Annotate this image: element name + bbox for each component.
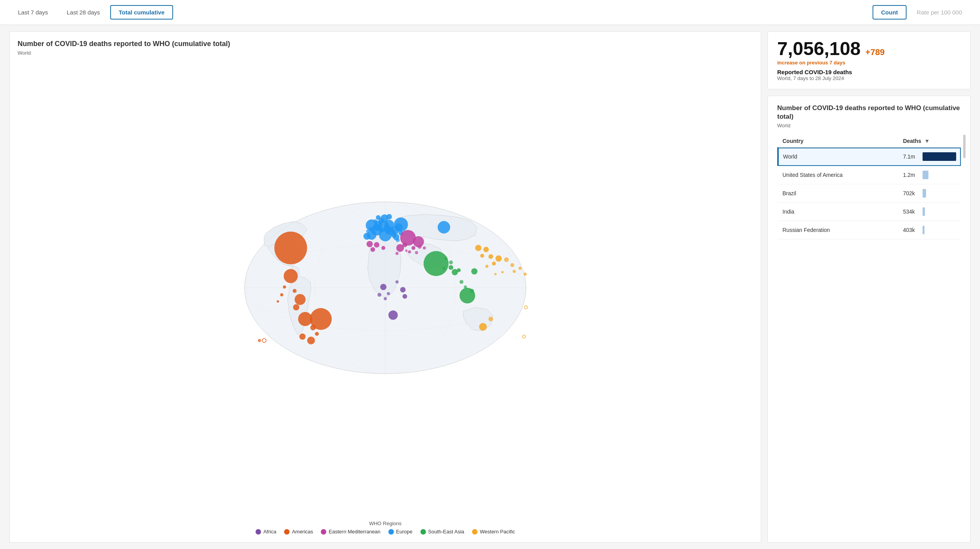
sort-arrow: ▼ [924, 138, 930, 144]
eastern-med-dot [321, 529, 326, 535]
legend-items: Africa Americas Eastern Mediterranean Eu… [18, 529, 753, 535]
svg-point-12 [299, 333, 306, 340]
svg-point-78 [471, 268, 477, 274]
cell-deaths: 403k [898, 221, 961, 239]
svg-point-79 [457, 268, 461, 272]
bar-track [923, 171, 956, 179]
bar-cell: 534k [903, 207, 956, 216]
svg-point-70 [377, 293, 381, 297]
bar-value: 702k [903, 190, 919, 196]
svg-point-92 [485, 265, 488, 268]
svg-point-37 [395, 223, 403, 231]
svg-point-63 [423, 246, 426, 250]
svg-point-60 [408, 250, 411, 253]
europe-label: Europe [396, 529, 413, 535]
bar-cell: 7.1m [903, 152, 956, 161]
americas-dot [284, 529, 290, 535]
stats-card: 7,056,108 +789 increase on previous 7 da… [767, 31, 971, 89]
svg-point-43 [379, 228, 384, 232]
cell-deaths: 534k [898, 203, 961, 221]
svg-point-40 [389, 227, 393, 232]
svg-point-85 [442, 267, 445, 270]
svg-point-87 [483, 247, 489, 252]
svg-point-86 [475, 245, 481, 251]
bar-cell: 1.2m [903, 171, 956, 179]
svg-point-77 [449, 265, 453, 270]
svg-point-56 [370, 247, 375, 252]
table-header: Country Deaths ▼ [778, 135, 961, 148]
bar-track [923, 189, 956, 198]
table-row[interactable]: Russian Federation 403k [778, 221, 961, 239]
stats-delta-label: increase on previous 7 days [777, 60, 961, 66]
south-east-asia-dot [420, 529, 426, 535]
tab-total-cumulative[interactable]: Total cumulative [110, 5, 173, 20]
metric-rate[interactable]: Rate per 100 000 [908, 5, 971, 20]
svg-point-102 [262, 339, 266, 342]
table-card-title: Number of COVID-19 deaths reported to WH… [777, 104, 961, 121]
map-legend: WHO Regions Africa Americas Eastern Medi… [18, 520, 753, 535]
table-row[interactable]: World 7.1m [778, 148, 961, 166]
svg-point-42 [376, 215, 381, 220]
stats-context: World, 7 days to 28 July 2024 [777, 75, 961, 81]
svg-point-9 [298, 312, 312, 326]
south-east-asia-label: South-East Asia [428, 529, 465, 535]
svg-point-11 [307, 337, 315, 344]
cell-deaths: 702k [898, 184, 961, 203]
metric-count[interactable]: Count [873, 5, 907, 20]
cell-country: India [778, 203, 898, 221]
table-row[interactable]: India 534k [778, 203, 961, 221]
table-row[interactable]: Brazil 702k [778, 184, 961, 203]
legend-europe: Europe [388, 529, 413, 535]
cell-deaths: 1.2m [898, 166, 961, 184]
svg-point-66 [388, 310, 398, 320]
world-map [233, 190, 538, 387]
bar-fill [923, 226, 925, 234]
svg-point-57 [381, 246, 385, 250]
svg-point-49 [396, 238, 400, 242]
svg-point-15 [315, 332, 319, 336]
tab-last7[interactable]: Last 7 days [9, 5, 57, 20]
svg-point-62 [418, 245, 422, 249]
europe-dot [388, 529, 394, 535]
svg-point-73 [395, 280, 399, 283]
table-row[interactable]: United States of America 1.2m [778, 166, 961, 184]
scrollbar[interactable] [963, 135, 966, 158]
svg-point-90 [495, 255, 502, 262]
col-deaths[interactable]: Deaths ▼ [898, 135, 961, 148]
cell-country: World [778, 148, 898, 166]
table-scroll-area[interactable]: Country Deaths ▼ World 7.1m [777, 135, 961, 239]
svg-point-95 [519, 267, 522, 270]
table-body: World 7.1m United S [778, 148, 961, 239]
svg-point-104 [522, 335, 526, 338]
svg-point-74 [424, 251, 449, 276]
stats-main-row: 7,056,108 +789 [777, 39, 961, 58]
svg-point-71 [384, 297, 387, 300]
svg-point-44 [372, 230, 376, 234]
africa-dot [256, 529, 261, 535]
cell-country: Russian Federation [778, 221, 898, 239]
svg-point-89 [480, 254, 484, 258]
map-container[interactable] [18, 61, 753, 516]
svg-point-67 [380, 284, 386, 290]
main-content: Number of COVID-19 deaths reported to WH… [0, 25, 980, 549]
western-pacific-dot [472, 529, 477, 535]
bar-value: 7.1m [903, 153, 919, 160]
legend-americas: Americas [284, 529, 313, 535]
tab-last28[interactable]: Last 28 days [58, 5, 109, 20]
bar-track [923, 152, 956, 161]
svg-point-98 [501, 271, 504, 273]
stats-main-number: 7,056,108 [777, 39, 861, 58]
svg-point-6 [274, 232, 307, 264]
svg-point-68 [400, 287, 406, 292]
map-subtitle: World [18, 50, 753, 56]
svg-point-41 [386, 214, 392, 219]
svg-point-82 [470, 289, 474, 293]
svg-point-54 [367, 241, 373, 247]
svg-point-18 [280, 293, 283, 296]
svg-point-97 [513, 270, 516, 273]
americas-label: Americas [292, 529, 313, 535]
svg-point-46 [438, 221, 450, 234]
svg-point-55 [374, 242, 379, 248]
bar-fill [923, 207, 925, 216]
svg-point-38 [391, 232, 397, 238]
